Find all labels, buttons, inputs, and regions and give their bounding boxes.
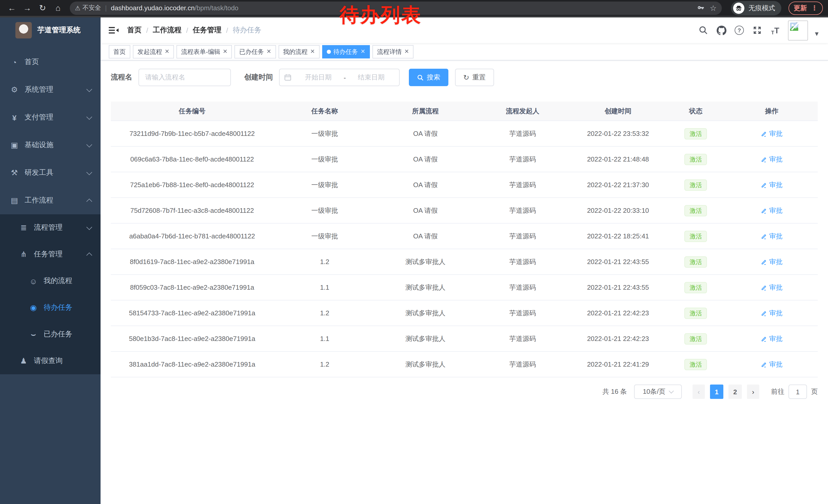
date-start-placeholder[interactable]: 开始日期 [295,73,342,82]
task-name-cell: 1.2 [274,300,376,326]
create-time-cell: 2022-01-21 22:42:23 [570,300,666,326]
task-name-cell: 1.2 [274,352,376,377]
reload-icon[interactable]: ↻ [36,1,49,15]
view-tab[interactable]: 待办任务 ✕ [322,45,370,58]
approve-button[interactable]: 审批 [761,283,783,292]
tab-close-icon[interactable]: ✕ [165,49,169,54]
table-row: 069c6a63-7b8a-11ec-8ef0-acde48001122 一级审… [111,146,818,172]
sidebar-item[interactable]: 工作流程 [0,187,100,214]
date-end-placeholder[interactable]: 结束日期 [348,73,395,82]
sidebar-item[interactable]: 研发工具 [0,159,100,187]
breadcrumb-item[interactable]: 任务管理 [193,26,222,35]
sidebar-item[interactable]: 已办任务 [0,321,100,348]
sidebar-item[interactable]: 基础设施 [0,131,100,159]
app-title: 芋道管理系统 [37,26,81,35]
approve-button[interactable]: 审批 [761,334,783,343]
breadcrumb-item[interactable]: 首页 [127,26,141,35]
table-row: 725a1eb6-7b88-11ec-8ef0-acde48001122 一级审… [111,172,818,198]
tab-label: 发起流程 [137,45,162,58]
tab-close-icon[interactable]: ✕ [361,49,365,54]
approve-button[interactable]: 审批 [761,360,783,369]
fullscreen-icon[interactable] [752,25,762,35]
url-host: dashboard.yudao.iocoder.cn [111,4,195,12]
approve-button[interactable]: 审批 [761,154,783,164]
tab-close-icon[interactable]: ✕ [223,49,227,54]
home-icon[interactable]: ⌂ [51,1,65,15]
sidebar-item[interactable]: 系统管理 [0,76,100,103]
create-time-cell: 2022-01-21 22:41:29 [570,352,666,377]
prev-page-button[interactable]: ‹ [693,384,705,399]
approve-button[interactable]: 审批 [761,231,783,241]
approve-button[interactable]: 审批 [761,308,783,318]
sidebar-item[interactable]: 请假查询 [0,348,100,374]
sidebar-item[interactable]: 待办任务 [0,294,100,321]
sidebar-collapse-icon[interactable] [109,25,119,35]
next-page-button[interactable]: › [747,384,759,399]
key-icon[interactable] [696,4,705,12]
browser-update-button[interactable]: 更新 ⋮ [788,1,823,15]
date-range-picker[interactable]: 开始日期 - 结束日期 [279,69,400,86]
caret-down-icon[interactable]: ▼ [814,30,820,37]
breadcrumb-item[interactable]: 工作流程 [153,26,181,35]
process-cell: OA 请假 [376,172,475,198]
approve-button[interactable]: 审批 [761,257,783,266]
tab-close-icon[interactable]: ✕ [404,49,409,54]
page-size-select[interactable]: 10条/页 [634,384,682,399]
approve-button[interactable]: 审批 [761,180,783,189]
task-id-cell: 73211d9d-7b9b-11ec-b5b7-acde48001122 [111,121,274,146]
face-icon [29,277,37,285]
approve-button[interactable]: 审批 [761,206,783,215]
sidebar-item[interactable]: 我的流程 [0,268,100,294]
initiator-cell: 芋道源码 [475,352,570,377]
forward-icon[interactable]: → [20,1,34,15]
view-tab[interactable]: 首页 [109,45,130,58]
dashboard-icon [10,58,18,66]
approve-label: 审批 [769,257,783,266]
page-number-button[interactable]: 1 [710,384,723,399]
tab-close-icon[interactable]: ✕ [310,49,315,54]
font-size-icon[interactable]: TT [770,25,780,35]
back-icon[interactable]: ← [5,1,18,15]
view-tab[interactable]: 流程表单-编辑 ✕ [176,45,232,58]
approve-label: 审批 [769,231,783,241]
table-header-row: 任务编号任务名称所属流程流程发起人创建时间状态操作 [111,101,818,121]
status-cell: 激活 [666,352,726,377]
sidebar-item-label: 工作流程 [25,196,53,205]
view-tab[interactable]: 发起流程 ✕ [133,45,174,58]
status-badge: 激活 [685,359,707,370]
calendar-icon [284,74,291,81]
search-icon[interactable] [698,25,708,35]
process-name-input[interactable]: 请输入流程名 [138,69,231,86]
sidebar-logo[interactable]: 芋道管理系统 [0,17,100,43]
help-icon[interactable]: ? [734,25,744,35]
monitor-icon [10,140,18,150]
security-label: 不安全 [83,4,101,12]
sidebar-item[interactable]: 流程管理 [0,214,100,241]
page-number-button[interactable]: 2 [729,384,742,399]
table-header-cell: 创建时间 [570,101,666,121]
view-tab[interactable]: 流程详情 ✕ [372,45,413,58]
security-warning-icon[interactable]: ⚠ [75,4,81,11]
action-cell: 审批 [726,352,818,377]
reset-button[interactable]: ↻ 重置 [455,69,494,86]
view-tab[interactable]: 已办任务 ✕ [235,45,276,58]
create-time-cell: 2022-01-22 18:25:41 [570,223,666,249]
sidebar-item[interactable]: 支付管理 [0,103,100,131]
browser-menu-icon[interactable]: ⋮ [811,4,818,12]
action-cell: 审批 [726,275,818,300]
eye-closed-icon [29,330,37,339]
avatar-broken-image[interactable] [788,20,808,40]
tab-close-icon[interactable]: ✕ [266,49,271,54]
sidebar-item[interactable]: 任务管理 [0,241,100,268]
breadcrumb-item[interactable]: 待办任务 [233,26,261,35]
bookmark-star-icon[interactable]: ☆ [710,3,717,12]
jump-page-input[interactable] [788,384,807,399]
view-tab[interactable]: 我的流程 ✕ [278,45,319,58]
search-button[interactable]: 搜索 [409,69,448,86]
address-bar[interactable]: ⚠ 不安全 | dashboard.yudao.iocoder.cn /bpm/… [70,1,722,15]
action-cell: 审批 [726,172,818,198]
initiator-cell: 芋道源码 [475,275,570,300]
approve-button[interactable]: 审批 [761,129,783,138]
github-icon[interactable] [716,25,727,35]
sidebar-item[interactable]: 首页 [0,48,100,76]
